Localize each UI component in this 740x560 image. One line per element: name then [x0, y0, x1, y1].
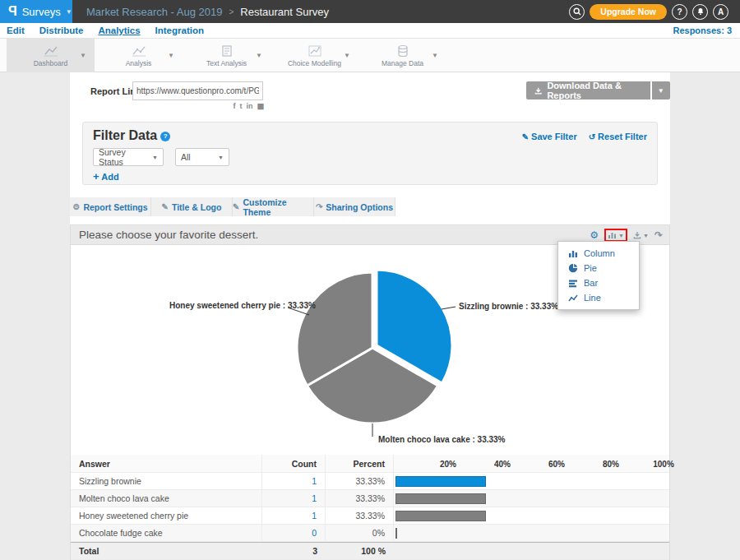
chevron-down-icon[interactable]: ▼ — [80, 52, 86, 59]
plus-icon: + — [93, 170, 99, 183]
tab-title-logo[interactable]: ✎Title & Logo — [151, 197, 233, 216]
account-avatar[interactable]: A — [713, 4, 728, 20]
table-row: Chocolate fudge cake 0 0% — [71, 525, 669, 542]
percent-cell: 33.33% — [326, 507, 394, 524]
chart-settings-gear-icon[interactable]: ⚙ — [590, 229, 599, 241]
tab-label: Sharing Options — [326, 202, 393, 212]
search-icon[interactable] — [569, 4, 585, 20]
text-analysis-document-icon — [220, 44, 234, 58]
total-percent: 100 % — [326, 543, 394, 559]
module-label: Choice Modelling — [288, 59, 341, 67]
chevron-down-icon[interactable]: ▼ — [168, 52, 174, 59]
header-percent: Percent — [326, 455, 394, 472]
top-header-bar: P Surveys ▼ Market Research - Aug 2019 >… — [0, 0, 740, 23]
menu-item-pie[interactable]: Pie — [558, 261, 639, 275]
frequency-bar — [395, 511, 486, 521]
tab-report-settings[interactable]: ⚙Report Settings — [70, 197, 151, 216]
frequency-bar — [395, 493, 486, 504]
module-label: Dashboard — [34, 59, 68, 67]
module-text-analysis[interactable]: Text Analysis ▼ — [183, 39, 271, 72]
reset-filter-label: Reset Filter — [598, 132, 647, 141]
answer-cell: Molten choco lava cake — [71, 490, 262, 507]
reset-icon: ↺ — [589, 132, 595, 141]
menu-item-column[interactable]: Column — [558, 246, 639, 261]
filter-value-select[interactable]: All ▼ — [175, 148, 229, 166]
count-link[interactable]: 1 — [312, 511, 317, 521]
tab-label: Customize Theme — [243, 197, 313, 217]
facebook-icon[interactable]: f — [233, 102, 235, 110]
share-icons-row: f t in ▦ — [216, 102, 264, 110]
topbar-actions: Upgrade Now ? A — [569, 0, 728, 23]
reset-filter-button[interactable]: ↺Reset Filter — [589, 132, 647, 141]
breadcrumb-parent[interactable]: Market Research - Aug 2019 — [86, 6, 222, 18]
percent-cell: 33.33% — [326, 473, 394, 489]
report-tabs: ⚙Report Settings ✎Title & Logo ✎Customiz… — [70, 197, 395, 216]
axis-tick: 80% — [603, 459, 619, 468]
save-filter-button[interactable]: ✎Save Filter — [522, 132, 577, 141]
product-name: Surveys — [22, 6, 61, 18]
linkedin-icon[interactable]: in — [246, 102, 252, 110]
product-switcher[interactable]: P Surveys ▼ — [0, 0, 72, 23]
choice-modelling-chart-icon — [307, 44, 323, 58]
total-label: Total — [71, 543, 262, 559]
module-dashboard[interactable]: Dashboard ▼ — [7, 39, 95, 72]
save-filter-label: Save Filter — [531, 132, 577, 141]
chevron-down-icon[interactable]: ▼ — [432, 52, 438, 59]
pie-label-left: Honey sweetened cherry pie : 33.33% — [169, 301, 316, 310]
chart-type-button[interactable]: ▼ — [604, 229, 627, 242]
edit-icon: ✎ — [233, 202, 239, 211]
answer-cell: Sizzling brownie — [71, 473, 262, 489]
breadcrumb: Market Research - Aug 2019 > Restaurant … — [86, 0, 329, 23]
chart-download-button[interactable]: ▼ — [633, 231, 649, 239]
module-manage-data[interactable]: Manage Data ▼ — [358, 39, 446, 72]
nav-edit[interactable]: Edit — [7, 25, 25, 35]
chevron-down-icon[interactable]: ▼ — [344, 52, 350, 59]
table-header-row: Answer Count Percent 20% 40% 60% 80% 100… — [71, 455, 669, 473]
download-data-reports-button[interactable]: Download Data & Reports ▼ — [526, 81, 670, 100]
chevron-down-icon[interactable]: ▼ — [256, 52, 262, 59]
analysis-chart-icon — [130, 44, 148, 58]
pie-chart-icon — [568, 263, 578, 273]
percent-cell: 33.33% — [326, 490, 394, 507]
count-link[interactable]: 0 — [312, 528, 317, 538]
notifications-bell-icon[interactable] — [692, 4, 708, 20]
responses-count[interactable]: Responses: 3 — [673, 25, 732, 35]
manage-data-database-icon — [396, 44, 409, 58]
twitter-icon[interactable]: t — [239, 102, 242, 110]
filter-field-select[interactable]: Survey Status ▼ — [93, 148, 164, 166]
report-panel: Report Link f t in ▦ Download Data & Rep… — [70, 72, 670, 560]
menu-item-bar[interactable]: Bar — [558, 275, 639, 290]
pie-label-bottom: Molten choco lava cake : 33.33% — [378, 435, 506, 444]
chart-share-icon[interactable]: ↷ — [654, 229, 663, 241]
add-filter-button[interactable]: + Add — [93, 170, 119, 183]
upgrade-now-button[interactable]: Upgrade Now — [590, 4, 667, 20]
chevron-down-icon: ▼ — [66, 8, 72, 16]
answer-cell: Honey sweetened cherry pie — [71, 507, 262, 524]
tab-sharing-options[interactable]: ↷Sharing Options — [314, 197, 395, 216]
filter-help-icon[interactable]: ? — [160, 132, 170, 141]
tab-customize-theme[interactable]: ✎Customize Theme — [233, 197, 314, 216]
filter-actions: ✎Save Filter ↺Reset Filter — [522, 132, 647, 141]
edit-icon: ✎ — [522, 132, 529, 141]
header-bar-axis: 20% 40% 60% 80% 100% — [394, 455, 669, 472]
filter-data-title: Filter Data? — [93, 128, 170, 143]
nav-integration[interactable]: Integration — [155, 25, 204, 35]
module-choice-modelling[interactable]: Choice Modelling ▼ — [271, 39, 358, 72]
menu-item-line[interactable]: Line — [558, 290, 639, 305]
count-link[interactable]: 1 — [312, 476, 317, 486]
main-nav: Edit Distribute Analytics Integration Re… — [0, 23, 740, 39]
percent-cell: 0% — [326, 525, 394, 541]
embed-icon[interactable]: ▦ — [257, 102, 264, 110]
nav-distribute[interactable]: Distribute — [39, 25, 84, 35]
module-analysis[interactable]: Analysis ▼ — [95, 39, 183, 72]
axis-tick: 60% — [548, 459, 565, 468]
module-label: Analysis — [126, 59, 152, 67]
download-options-caret[interactable]: ▼ — [652, 81, 670, 100]
report-link-input[interactable] — [132, 81, 263, 100]
help-icon[interactable]: ? — [672, 4, 687, 20]
nav-analytics[interactable]: Analytics — [98, 25, 140, 35]
column-chart-icon — [568, 249, 578, 258]
count-link[interactable]: 1 — [312, 493, 317, 503]
download-icon — [633, 231, 641, 239]
breadcrumb-current: Restaurant Survey — [240, 6, 329, 18]
